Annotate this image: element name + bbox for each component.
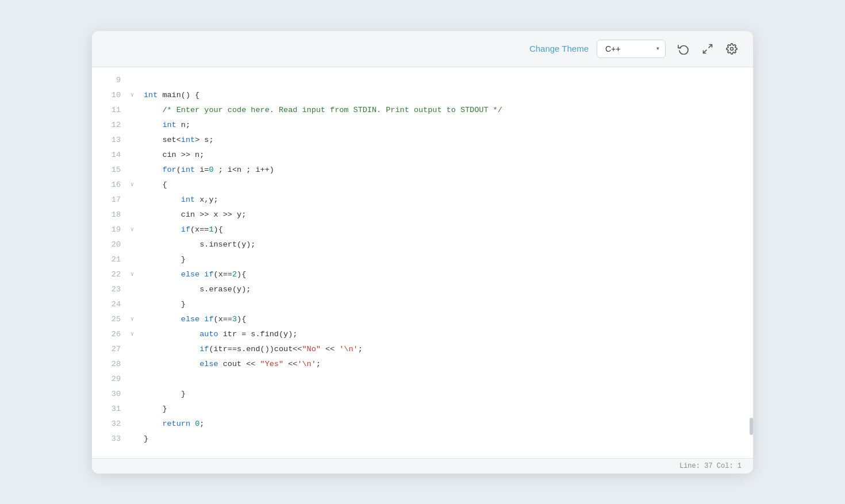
code-line-24: } (144, 297, 753, 312)
code-content: 9 10 11 12 13 14 15 16 17 18 19 20 21 22… (92, 67, 753, 452)
gear-icon (726, 43, 738, 55)
code-line-27: if(itr==s.end())cout<<"No" << '\n'; (144, 342, 753, 357)
code-line-9 (144, 73, 753, 88)
history-icon (678, 43, 689, 55)
line-numbers: 9 10 11 12 13 14 15 16 17 18 19 20 21 22… (92, 73, 126, 447)
history-button[interactable] (674, 39, 693, 59)
code-line-33: } (144, 432, 753, 447)
code-line-23: s.erase(y); (144, 282, 753, 297)
toolbar: Change Theme C++ C Java Python JavaScrip… (92, 31, 753, 67)
toolbar-icons (674, 39, 742, 59)
svg-line-0 (709, 44, 712, 48)
language-select[interactable]: C++ C Java Python JavaScript (597, 40, 666, 58)
code-editor[interactable]: int main() { /* Enter your code here. Re… (138, 73, 753, 447)
svg-point-2 (731, 47, 733, 50)
code-line-31: } (144, 402, 753, 417)
code-line-18: cin >> x >> y; (144, 207, 753, 222)
status-bar: Line: 37 Col: 1 (92, 458, 753, 474)
settings-button[interactable] (722, 39, 742, 59)
code-line-15: for(int i=0 ; i<n ; i++) (144, 163, 753, 178)
code-line-25: else if(x==3){ (144, 312, 753, 327)
code-line-26: auto itr = s.find(y); (144, 327, 753, 342)
fullscreen-icon (702, 43, 713, 55)
scrollbar[interactable] (750, 418, 753, 435)
code-line-10: int main() { (144, 88, 753, 103)
language-select-wrapper: C++ C Java Python JavaScript ▾ (597, 40, 666, 58)
change-theme-button[interactable]: Change Theme (529, 44, 589, 53)
code-line-21: } (144, 252, 753, 267)
code-line-12: int n; (144, 118, 753, 133)
code-line-32: return 0; (144, 417, 753, 432)
code-line-11: /* Enter your code here. Read input from… (144, 103, 753, 118)
code-line-29 (144, 372, 753, 387)
code-line-17: int x,y; (144, 193, 753, 207)
code-area[interactable]: 9 10 11 12 13 14 15 16 17 18 19 20 21 22… (92, 67, 753, 458)
code-line-28: else cout << "Yes" <<'\n'; (144, 357, 753, 372)
line-col-status: Line: 37 Col: 1 (679, 462, 742, 470)
code-line-16: { (144, 178, 753, 193)
code-line-30: } (144, 387, 753, 402)
code-line-19: if(x==1){ (144, 222, 753, 237)
fullscreen-button[interactable] (698, 39, 717, 59)
code-line-20: s.insert(y); (144, 237, 753, 252)
code-line-13: set<int> s; (144, 133, 753, 148)
svg-line-1 (704, 49, 707, 53)
fold-indicators: ∨ ∨ ∨ ∨ ∨ ∨ (126, 73, 138, 447)
code-line-22: else if(x==2){ (144, 267, 753, 282)
editor-container: Change Theme C++ C Java Python JavaScrip… (92, 31, 753, 474)
code-line-14: cin >> n; (144, 148, 753, 163)
